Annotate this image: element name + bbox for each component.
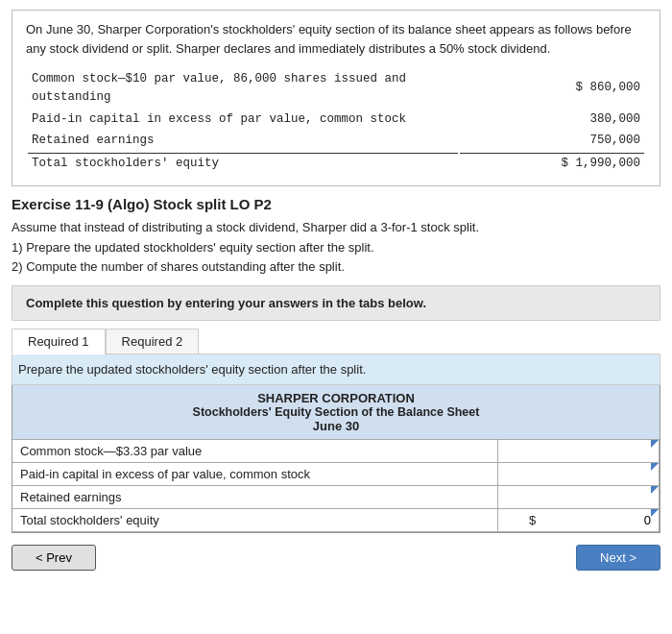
corp-subtitle: Stockholders' Equity Section of the Bala…	[16, 405, 656, 419]
prev-button[interactable]: < Prev	[12, 545, 96, 571]
task-item: 1) Prepare the updated stockholders' equ…	[12, 238, 660, 258]
corp-name: SHARPER CORPORATION	[16, 391, 656, 405]
assumption-text: Assume that instead of distributing a st…	[12, 218, 660, 238]
answer-input-cell[interactable]	[497, 463, 659, 486]
tabs-container: Required 1Required 2	[12, 329, 660, 354]
question-instruction-text: Prepare the updated stockholders' equity…	[18, 362, 366, 377]
balance-row-value: 380,000	[460, 110, 644, 130]
corp-header: SHARPER CORPORATION Stockholders' Equity…	[12, 385, 660, 439]
answer-row: Retained earnings	[12, 486, 660, 509]
nav-buttons: < Prev Next >	[12, 545, 660, 571]
answer-row: Common stock—$3.33 par value	[12, 440, 660, 463]
context-section: On June 30, Sharper Corporation's stockh…	[12, 10, 660, 186]
balance-row-label: Retained earnings	[28, 131, 458, 151]
exercise-body: Assume that instead of distributing a st…	[12, 218, 660, 278]
balance-table: Common stock—$10 par value, 86,000 share…	[26, 67, 646, 176]
balance-row-label: Total stockholders' equity	[28, 153, 458, 174]
answer-row-label: Retained earnings	[12, 486, 497, 509]
tab-required1[interactable]: Required 1	[12, 329, 106, 354]
answer-row-input[interactable]	[506, 444, 651, 458]
answer-row-label: Common stock—$3.33 par value	[12, 440, 497, 463]
tab-required2[interactable]: Required 2	[106, 329, 200, 354]
task-item: 2) Compute the number of shares outstand…	[12, 257, 660, 278]
balance-row: Retained earnings 750,000	[28, 131, 644, 151]
answer-row: Paid-in capital in excess of par value, …	[12, 463, 660, 486]
dollar-sign: $	[497, 509, 538, 532]
balance-row-label: Paid-in capital in excess of par value, …	[28, 110, 458, 130]
balance-row: Total stockholders' equity $ 1,990,000	[28, 153, 644, 174]
answer-total-input[interactable]	[545, 513, 651, 527]
answer-row-input[interactable]	[506, 467, 651, 481]
balance-row-value: $ 1,990,000	[460, 153, 644, 174]
corp-date: June 30	[16, 419, 656, 437]
context-paragraph: On June 30, Sharper Corporation's stockh…	[26, 20, 646, 58]
instruction-text: Complete this question by entering your …	[26, 296, 426, 310]
answer-total-cell[interactable]	[538, 509, 659, 532]
answer-row: Total stockholders' equity $	[12, 509, 660, 532]
balance-row-label: Common stock—$10 par value, 86,000 share…	[28, 69, 458, 108]
balance-row-value: 750,000	[460, 131, 644, 151]
answer-input-cell[interactable]	[497, 486, 659, 509]
answer-rows-table: Common stock—$3.33 par value Paid-in cap…	[12, 439, 660, 532]
balance-row: Common stock—$10 par value, 86,000 share…	[28, 69, 644, 108]
exercise-title: Exercise 11-9 (Algo) Stock split LO P2	[12, 196, 660, 212]
answer-row-label: Paid-in capital in excess of par value, …	[12, 463, 497, 486]
next-button[interactable]: Next >	[576, 545, 660, 571]
instruction-box: Complete this question by entering your …	[12, 285, 660, 321]
answer-row-label: Total stockholders' equity	[12, 509, 497, 532]
answer-table-wrapper: SHARPER CORPORATION Stockholders' Equity…	[12, 385, 660, 533]
balance-row-value: $ 860,000	[460, 69, 644, 108]
answer-input-cell[interactable]	[497, 440, 659, 463]
balance-row: Paid-in capital in excess of par value, …	[28, 110, 644, 130]
answer-row-input[interactable]	[506, 490, 651, 504]
question-instruction: Prepare the updated stockholders' equity…	[12, 354, 660, 385]
